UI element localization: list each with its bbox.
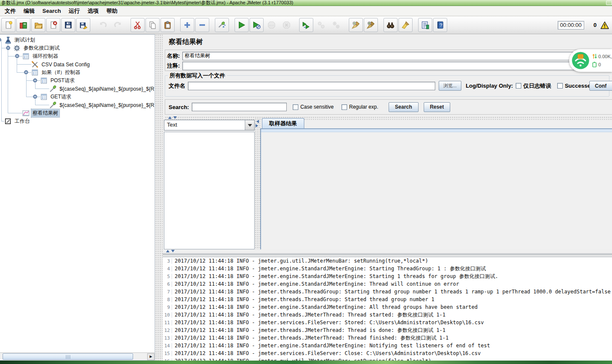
tree-collapse-knob[interactable]: [0, 38, 1, 42]
tree-node-test-plan[interactable]: 测试计划: [4, 36, 36, 44]
warning-icon[interactable]: [600, 21, 609, 30]
tree-node-http-sampler[interactable]: ${caseSeq}_${apiName}_${purpose}_${R: [49, 101, 154, 109]
add-element-icon: [183, 21, 191, 29]
write-results-groupbox: 所有数据写入一个文件 文件名 浏览... Log/Display Only: 仅…: [165, 75, 609, 97]
title-bar[interactable]: 参数话.jmx (D:\software\autotestsoft\jmter\…: [0, 0, 612, 6]
tree-connector: [35, 83, 36, 89]
search-button[interactable]: Search: [389, 102, 419, 112]
search-reset-button[interactable]: [398, 18, 413, 32]
tree-collapse-knob[interactable]: [24, 70, 28, 74]
renderer-select[interactable]: Text: [164, 120, 255, 130]
tree-collapse-knob[interactable]: [15, 54, 19, 58]
remote-start-all-button[interactable]: [299, 18, 313, 32]
wifi-icon[interactable]: [571, 51, 590, 70]
tree-node-csv-config[interactable]: CSV Data Set Config: [31, 60, 91, 68]
open-file-button[interactable]: [31, 18, 45, 32]
menu-文件[interactable]: 文件: [1, 6, 20, 16]
save-button[interactable]: [61, 18, 75, 32]
save-as-button[interactable]: [76, 18, 90, 32]
reset-button[interactable]: Reset: [424, 102, 450, 112]
menu-帮助[interactable]: 帮助: [102, 6, 121, 16]
filename-input[interactable]: [188, 82, 435, 90]
log-splitter[interactable]: [163, 249, 612, 257]
chevron-down-icon[interactable]: [245, 120, 254, 130]
tree-collapse-knob[interactable]: [6, 46, 10, 50]
scrollbar-thumb[interactable]: [3, 353, 133, 360]
clear-all-button[interactable]: [364, 18, 378, 32]
tree-node-http-sampler[interactable]: ${caseSeq}_${apiName}_${purpose}_${R: [49, 85, 154, 93]
tree-node-view-results-tree[interactable]: 察看结果树: [22, 109, 59, 117]
tree-node-label: 如果（If）控制器: [40, 68, 82, 77]
results-list-panel[interactable]: [164, 132, 255, 249]
battery-icon: [592, 61, 597, 68]
collapse-left-icon[interactable]: [256, 120, 259, 123]
collapse-right-icon[interactable]: [255, 124, 258, 127]
browse-button[interactable]: 浏览...: [439, 81, 461, 91]
start-no-timers-button[interactable]: [250, 18, 264, 32]
errors-checkbox[interactable]: [516, 83, 521, 89]
network-speed-overlay[interactable]: 0.00K, 0: [569, 49, 612, 72]
log-line-number: 10: [163, 312, 172, 318]
tab-sampler-result[interactable]: 取样器结果: [262, 118, 304, 128]
start-button[interactable]: [235, 18, 249, 32]
log-line-text: 2017/10/12 11:44:18 INFO - jmeter.thread…: [172, 289, 611, 295]
log-collapse-down-icon[interactable]: [171, 250, 175, 252]
view-results-tree-icon: [22, 109, 30, 117]
tree-node-controller[interactable]: GET请求: [40, 93, 73, 101]
regular-exp-checkbox[interactable]: [342, 104, 347, 110]
copy-button[interactable]: [146, 18, 160, 32]
remote-stop-all-button[interactable]: [314, 18, 328, 32]
menu-编辑[interactable]: 编辑: [20, 6, 39, 16]
cut-button[interactable]: [131, 18, 145, 32]
shutdown-button[interactable]: [279, 18, 294, 32]
tree-node-controller[interactable]: 如果（If）控制器: [31, 68, 82, 77]
function-helper-button[interactable]: [418, 18, 432, 32]
remove-element-button[interactable]: [195, 18, 209, 32]
clear-button[interactable]: [349, 18, 363, 32]
tree-collapse-knob[interactable]: [33, 95, 37, 99]
undo-button[interactable]: [96, 18, 110, 32]
remote-shutdown-all-button[interactable]: [329, 18, 343, 32]
menu-运行[interactable]: 运行: [65, 6, 83, 16]
comments-input[interactable]: [182, 62, 612, 70]
scrollbar-right-arrow[interactable]: ▶: [147, 353, 154, 360]
case-sensitive-checkbox[interactable]: [293, 104, 298, 110]
log-line-number: 5: [163, 274, 172, 279]
paste-button[interactable]: [160, 18, 175, 32]
collapse-down-icon[interactable]: [173, 116, 177, 119]
menu-选项[interactable]: 选项: [83, 6, 102, 16]
add-element-button[interactable]: [180, 18, 194, 32]
redo-button[interactable]: [111, 18, 125, 32]
results-splitter-vertical[interactable]: [255, 118, 260, 250]
collapse-up-icon[interactable]: [168, 116, 172, 119]
configure-button[interactable]: Conf: [589, 81, 612, 91]
stop-button[interactable]: STOP: [264, 18, 279, 32]
log-line: 122017/10/12 11:44:18 INFO - jmeter.thre…: [163, 326, 612, 334]
search-button[interactable]: [383, 18, 398, 32]
main-splitter[interactable]: [155, 34, 163, 361]
templates-button[interactable]: [16, 18, 30, 32]
tree-horizontal-scrollbar[interactable]: ▶: [0, 352, 154, 360]
tree-node-controller[interactable]: POST请求: [40, 77, 76, 85]
name-input[interactable]: [182, 52, 612, 60]
log-line-text: 2017/10/12 11:44:18 INFO - jmeter.gui.ut…: [172, 258, 428, 264]
svg-text:STOP: STOP: [269, 24, 274, 27]
tree-node-label: POST请求: [49, 77, 76, 85]
menu-bar: 文件编辑Search运行选项帮助: [0, 6, 612, 16]
tree-node-controller[interactable]: 循环控制器: [22, 52, 59, 60]
log-line: 152017/10/12 11:44:18 INFO - jmeter.serv…: [163, 349, 612, 357]
tree-collapse-knob[interactable]: [33, 78, 37, 83]
new-file-button[interactable]: [1, 18, 15, 32]
tree-node-workbench[interactable]: 工作台: [4, 117, 31, 125]
search-input[interactable]: [192, 103, 287, 111]
error-count[interactable]: 0: [594, 22, 597, 28]
menu-Search[interactable]: Search: [39, 6, 65, 15]
help-button[interactable]: ?: [433, 18, 447, 32]
log-line-text: 2017/10/12 11:44:18 INFO - jmeter.engine…: [172, 265, 486, 272]
tree-node-thread-group[interactable]: 参数化接口测试: [13, 44, 61, 52]
close-file-button[interactable]: [46, 18, 60, 32]
log-collapse-up-icon[interactable]: [166, 250, 169, 252]
toggle-elements-button[interactable]: [215, 18, 229, 32]
minimize-button[interactable]: [606, 0, 612, 5]
successes-checkbox[interactable]: [557, 83, 563, 89]
